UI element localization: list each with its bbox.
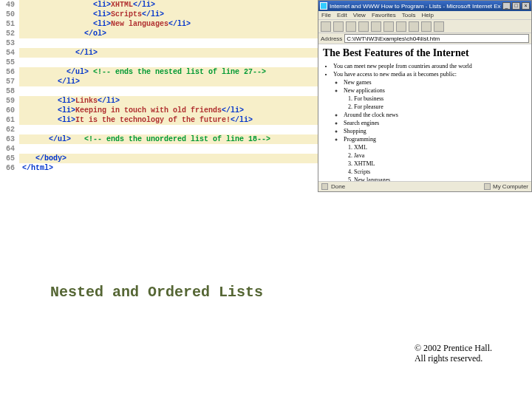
line-number: 65	[0, 154, 19, 163]
address-bar: Address	[318, 33, 531, 44]
code-text: </li>	[19, 48, 318, 58]
list-item: XHTML	[354, 160, 527, 168]
search-button[interactable]	[383, 21, 394, 32]
copyright-line2: All rights reserved.	[415, 353, 492, 364]
refresh-button[interactable]	[358, 21, 369, 32]
code-line: 63 </ul> <!-- ends the unordered list of…	[0, 134, 318, 144]
menu-tools[interactable]: Tools	[402, 12, 416, 18]
list-item: New languages	[354, 176, 527, 181]
list-item: For business	[354, 95, 527, 103]
list-item: Java	[354, 151, 527, 160]
code-line: 51 <li>New languages</li>	[0, 19, 318, 29]
ordered-sublist: For businessFor pleasure	[354, 95, 527, 111]
browser-content: The Best Features of the Internet You ca…	[318, 44, 531, 181]
code-text: <li>Scripts</li>	[19, 10, 318, 19]
minimize-button[interactable]: _	[502, 2, 511, 10]
code-line: 64	[0, 144, 318, 154]
list-item: Scripts	[354, 168, 527, 176]
list-item: XML	[354, 143, 527, 151]
browser-menubar: FileEditViewFavoritesToolsHelp	[318, 11, 531, 20]
code-text: </html>	[19, 163, 318, 173]
line-number: 66	[0, 163, 19, 173]
code-text: </li>	[19, 77, 318, 86]
favorites-button[interactable]	[396, 21, 406, 32]
code-line: 57 </li>	[0, 77, 318, 86]
code-text: <li>Links</li>	[19, 96, 318, 106]
line-number: 56	[0, 67, 19, 77]
code-line: 53	[0, 38, 318, 48]
code-text: <li>Keeping in touch with old friends</l…	[19, 106, 318, 115]
code-text: </ul> <!-- ends the nested list of line …	[19, 67, 318, 77]
code-line: 66</html>	[0, 163, 318, 173]
history-button[interactable]	[409, 21, 419, 32]
code-line: 56 </ul> <!-- ends the nested list of li…	[0, 67, 318, 77]
close-button[interactable]: ×	[522, 2, 530, 10]
line-number: 57	[0, 77, 19, 86]
forward-button[interactable]	[333, 21, 344, 32]
code-text: </ol>	[19, 29, 318, 38]
line-number: 55	[0, 58, 19, 67]
line-number: 52	[0, 29, 19, 38]
code-line: 52 </ol>	[0, 29, 318, 38]
menu-edit[interactable]: Edit	[337, 12, 347, 18]
status-text: Done	[331, 183, 345, 190]
code-line: 54 </li>	[0, 48, 318, 58]
browser-toolbar	[318, 20, 531, 33]
list-item: ProgrammingXMLJavaXHTMLScriptsNew langua…	[344, 135, 527, 181]
menu-favorites[interactable]: Favorites	[372, 12, 396, 18]
code-line: 50 <li>Scripts</li>	[0, 10, 318, 19]
features-list: You can meet new people from countries a…	[333, 62, 527, 181]
line-number: 50	[0, 10, 19, 19]
code-text: <li>It is the technology of the future!<…	[19, 115, 318, 125]
line-number: 53	[0, 38, 19, 48]
computer-icon	[484, 183, 491, 190]
code-line: 59 <li>Links</li>	[0, 96, 318, 106]
list-item: New applicationsFor businessFor pleasure	[344, 86, 527, 111]
list-item: For pleasure	[354, 103, 527, 111]
address-input[interactable]	[344, 34, 529, 43]
page-heading: The Best Features of the Internet	[323, 47, 527, 59]
menu-file[interactable]: File	[321, 12, 331, 18]
status-icon	[321, 183, 328, 190]
sublist: New gamesNew applicationsFor businessFor…	[344, 78, 527, 181]
list-item: New games	[344, 78, 527, 86]
menu-view[interactable]: View	[353, 12, 366, 18]
code-line: 61 <li>It is the technology of the futur…	[0, 115, 318, 125]
back-button[interactable]	[321, 21, 331, 32]
code-text: </body>	[19, 154, 318, 163]
line-number: 64	[0, 144, 19, 154]
line-number: 59	[0, 96, 19, 106]
code-line: 60 <li>Keeping in touch with old friends…	[0, 106, 318, 115]
browser-title: Internet and WWW How to Program - Lists …	[330, 3, 501, 10]
line-number: 58	[0, 86, 19, 96]
mail-button[interactable]	[421, 21, 432, 32]
line-number: 62	[0, 125, 19, 134]
line-number: 60	[0, 106, 19, 115]
list-item: Search engines	[344, 119, 527, 127]
copyright: © 2002 Prentice Hall. All rights reserve…	[415, 343, 492, 364]
code-line: 49 <li>XHTML</li>	[0, 0, 318, 10]
ie-icon	[320, 2, 327, 10]
list-item: Around the clock news	[344, 111, 527, 119]
line-number: 61	[0, 115, 19, 125]
line-number: 63	[0, 134, 19, 144]
code-editor-pane: 49 <li>XHTML</li>50 <li>Scripts</li>51 <…	[0, 0, 318, 192]
line-number: 49	[0, 0, 19, 10]
list-item: You have access to new media as it becom…	[333, 70, 527, 181]
menu-help[interactable]: Help	[421, 12, 433, 18]
browser-titlebar: Internet and WWW How to Program - Lists …	[318, 1, 531, 11]
code-text: </ul> <!-- ends the unordered list of li…	[19, 134, 318, 144]
maximize-button[interactable]: □	[512, 2, 520, 10]
home-button[interactable]	[371, 21, 381, 32]
stop-button[interactable]	[346, 21, 356, 32]
code-text: <li>XHTML</li>	[19, 0, 318, 10]
status-bar: Done My Computer	[318, 181, 531, 191]
code-line: 55	[0, 58, 318, 67]
slide-caption: Nested and Ordered Lists	[50, 284, 263, 301]
copyright-line1: © 2002 Prentice Hall.	[415, 343, 492, 353]
browser-window: Internet and WWW How to Program - Lists …	[318, 0, 532, 192]
print-button[interactable]	[434, 21, 444, 32]
address-label: Address	[321, 35, 342, 42]
line-number: 54	[0, 48, 19, 58]
code-line: 58	[0, 86, 318, 96]
